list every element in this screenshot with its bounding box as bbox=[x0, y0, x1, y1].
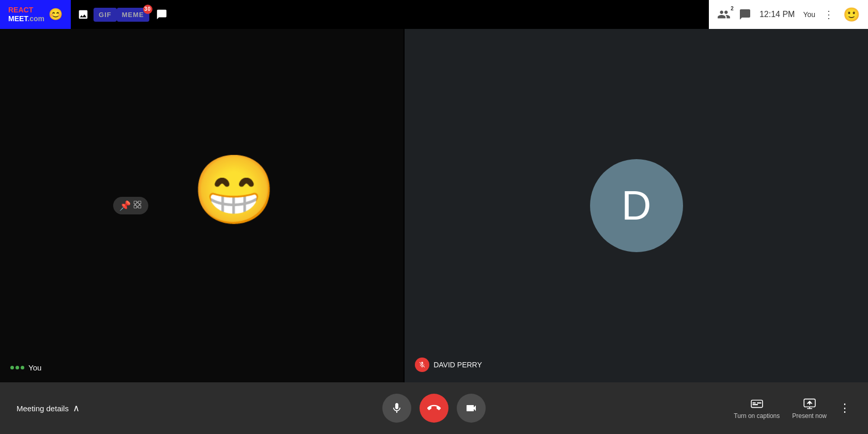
captions-label: Turn on captions bbox=[734, 412, 780, 420]
logo-text: REACT MEET.com bbox=[8, 6, 44, 23]
meeting-details-label: Meeting details bbox=[17, 404, 69, 413]
logo-react: REACT bbox=[8, 6, 33, 14]
svg-rect-4 bbox=[751, 400, 763, 408]
time-display: 12:14 PM bbox=[760, 10, 795, 19]
react-meet-logo: REACT MEET.com 😊 bbox=[0, 0, 71, 29]
logo-meet: MEET.com bbox=[8, 14, 44, 23]
chat-icon-top[interactable] bbox=[739, 8, 751, 21]
camera-button[interactable] bbox=[457, 394, 486, 423]
remote-video-panel: D DAVID PERRY bbox=[405, 29, 868, 382]
chat-icon[interactable] bbox=[151, 4, 172, 25]
emoji-avatar-top: 🙂 bbox=[843, 7, 860, 23]
chevron-up-icon: ∧ bbox=[73, 402, 80, 414]
more-options-button[interactable]: ⋮ bbox=[839, 401, 851, 415]
right-controls: Turn on captions Present now ⋮ bbox=[734, 397, 851, 420]
bottom-bar: Meeting details ∧ Turn on captions Prese… bbox=[0, 382, 868, 434]
present-now-button[interactable]: Present now bbox=[792, 397, 827, 420]
you-label-top: You bbox=[803, 10, 815, 19]
top-bar-right: 2 12:14 PM You ⋮ 🙂 bbox=[709, 0, 868, 29]
emoji-reaction: 😁 bbox=[192, 151, 276, 229]
mic-button[interactable] bbox=[382, 394, 411, 423]
activity-dots bbox=[10, 366, 24, 369]
pin-icon[interactable]: 📌 bbox=[119, 200, 131, 211]
local-user-label: You bbox=[10, 363, 41, 372]
remote-user-avatar: D bbox=[590, 159, 683, 252]
top-bar: REACT MEET.com 😊 GIF MEME 30 2 12:14 PM … bbox=[0, 0, 868, 29]
gif-button[interactable]: GIF bbox=[94, 8, 117, 22]
local-name-text: You bbox=[28, 363, 41, 372]
more-options-top[interactable]: ⋮ bbox=[824, 8, 835, 21]
center-controls bbox=[382, 394, 486, 423]
participants-count: 2 bbox=[731, 6, 734, 11]
svg-rect-6 bbox=[752, 404, 758, 405]
mute-indicator bbox=[415, 358, 429, 372]
meme-badge: 30 bbox=[143, 5, 152, 14]
local-video-panel: 😁 📌 You bbox=[0, 29, 404, 382]
svg-rect-7 bbox=[757, 402, 762, 404]
smiley-icon: 😊 bbox=[49, 8, 63, 21]
present-now-label: Present now bbox=[792, 412, 827, 420]
dot-3 bbox=[21, 366, 24, 369]
grid-icon[interactable] bbox=[133, 200, 142, 211]
remote-user-name: DAVID PERRY bbox=[433, 361, 482, 369]
dot-1 bbox=[10, 366, 14, 369]
meeting-details-button[interactable]: Meeting details ∧ bbox=[17, 402, 80, 414]
dot-2 bbox=[16, 366, 19, 369]
captions-button[interactable]: Turn on captions bbox=[734, 397, 780, 420]
participants-icon[interactable]: 2 bbox=[717, 8, 731, 21]
hangup-button[interactable] bbox=[420, 394, 448, 423]
add-image-icon[interactable] bbox=[73, 4, 94, 25]
remote-user-name-bar: DAVID PERRY bbox=[415, 358, 482, 372]
svg-rect-5 bbox=[752, 402, 756, 404]
main-content: 😁 📌 You D DAVID PERRY bbox=[0, 29, 868, 382]
pin-controls: 📌 bbox=[113, 197, 148, 214]
meme-button[interactable]: MEME 30 bbox=[117, 8, 149, 22]
